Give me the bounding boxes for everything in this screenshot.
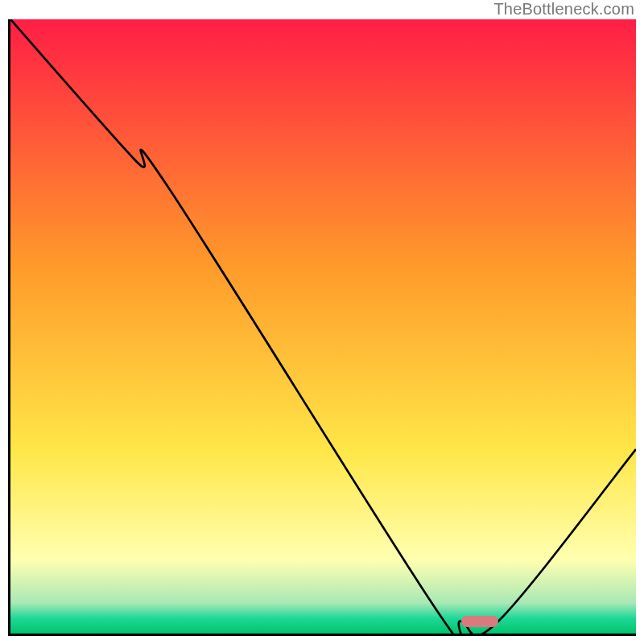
gradient-background: [10, 19, 636, 634]
svg-rect-0: [10, 19, 636, 634]
plot-area: [8, 19, 636, 636]
optimum-marker: [461, 616, 498, 627]
watermark-text: TheBottleneck.com: [493, 0, 634, 19]
